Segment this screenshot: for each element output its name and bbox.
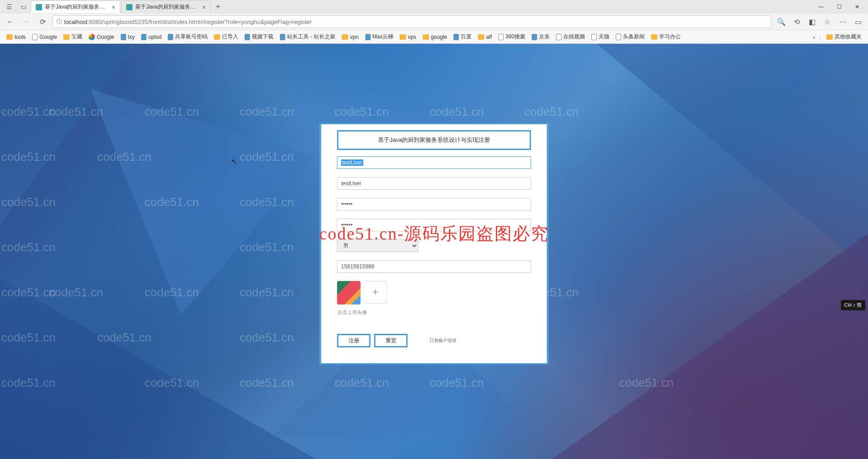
url-input[interactable]: ⓘ localhost :8080 /springbootd5235/front… bbox=[52, 15, 771, 28]
page-icon bbox=[498, 34, 504, 40]
bookmark-other-folder[interactable]: 其他收藏夹 bbox=[824, 32, 864, 42]
bookmark-item[interactable]: 百度 bbox=[451, 32, 474, 42]
browser-tab-inactive[interactable]: 基于Java的厨到家服务系统设计与 × bbox=[121, 0, 211, 13]
bookmark-item[interactable]: 学习办公 bbox=[648, 32, 684, 42]
tab-favicon-icon bbox=[126, 4, 132, 10]
window-controls: — ☐ ✕ bbox=[812, 0, 866, 14]
bookmark-item[interactable]: Google bbox=[29, 33, 60, 41]
bookmark-item[interactable]: 视频下载 bbox=[242, 32, 276, 42]
bookmark-label: 学习办公 bbox=[659, 33, 681, 41]
site-icon bbox=[365, 34, 371, 40]
add-collection-button[interactable]: + bbox=[855, 98, 865, 108]
bookmark-item[interactable]: 天猫 bbox=[589, 32, 612, 42]
folder-icon bbox=[478, 34, 484, 40]
form-title: 基于Java的厨到家服务系统设计与实现注册 bbox=[337, 130, 531, 150]
zoom-icon[interactable]: 🔍 bbox=[775, 15, 788, 28]
bookmark-label: 其他收藏夹 bbox=[835, 33, 862, 41]
maximize-button[interactable]: ☐ bbox=[830, 0, 848, 14]
bookmarks-overflow-icon[interactable]: › bbox=[811, 33, 817, 41]
upload-avatar-button[interactable]: + bbox=[364, 281, 387, 304]
login-link[interactable]: 已有账户登录 bbox=[429, 337, 457, 344]
bookmark-item[interactable]: vps bbox=[397, 33, 419, 41]
bookmark-label: txy bbox=[128, 34, 135, 40]
site-icon bbox=[168, 34, 173, 40]
bookmark-label: vps bbox=[408, 34, 416, 40]
forward-button[interactable]: → bbox=[20, 15, 33, 28]
upload-hint: 点击上传头像 bbox=[337, 309, 531, 316]
ime-indicator: CH ♪ 简 bbox=[841, 300, 866, 310]
bookmark-item[interactable]: vpn bbox=[339, 33, 361, 41]
google-icon bbox=[89, 34, 95, 40]
folder-icon bbox=[342, 34, 348, 40]
page-icon bbox=[616, 34, 621, 40]
site-info-icon[interactable]: ⓘ bbox=[57, 18, 62, 26]
minimize-button[interactable]: — bbox=[812, 0, 830, 14]
bookmark-item[interactable]: 在线视频 bbox=[553, 32, 588, 42]
phone-input[interactable] bbox=[337, 260, 531, 273]
bookmark-label: 在线视频 bbox=[563, 33, 585, 41]
bookmark-label: 天猫 bbox=[599, 33, 609, 41]
bookmark-item[interactable]: tools bbox=[4, 33, 28, 41]
bookmark-item[interactable]: txy bbox=[118, 33, 137, 41]
bookmark-label: vpn bbox=[350, 34, 359, 40]
bookmark-item[interactable]: Google bbox=[86, 33, 117, 41]
bookmark-item[interactable]: 共享账号密码 bbox=[165, 32, 210, 42]
sidebar-toggle-icon[interactable]: ☰ bbox=[5, 2, 14, 11]
gender-select[interactable]: 男 bbox=[337, 239, 419, 252]
collections-icon[interactable]: ▭ bbox=[852, 15, 864, 28]
close-button[interactable]: ✕ bbox=[848, 0, 866, 14]
reset-button[interactable]: 重置 bbox=[374, 334, 408, 347]
register-button[interactable]: 注册 bbox=[337, 334, 371, 347]
tabs-icon[interactable]: ▭ bbox=[19, 2, 28, 11]
bookmark-item[interactable]: Max云梯 bbox=[363, 32, 396, 42]
nickname-input[interactable] bbox=[337, 177, 531, 190]
bookmark-label: aff bbox=[486, 34, 492, 40]
browser-chrome: ☰ ▭ 基于Java的厨到家服务系统设计与 × 基于Java的厨到家服务系统设计… bbox=[0, 0, 868, 44]
folder-icon bbox=[214, 34, 220, 40]
bookmark-label: Google bbox=[97, 34, 114, 40]
folder-icon bbox=[423, 34, 429, 40]
page-icon bbox=[591, 34, 597, 40]
site-icon bbox=[532, 34, 537, 40]
page-viewport: code51.cncode51.cncode51.cncode51.cncode… bbox=[0, 44, 868, 459]
folder-icon bbox=[400, 34, 406, 40]
site-icon bbox=[280, 34, 285, 40]
site-icon bbox=[141, 34, 146, 40]
bookmark-item[interactable]: 360搜索 bbox=[495, 32, 528, 42]
bookmark-item[interactable]: aff bbox=[475, 33, 495, 41]
refresh-button[interactable]: ⟳ bbox=[36, 15, 49, 28]
browser-tab-active[interactable]: 基于Java的厨到家服务系统设计与 × bbox=[31, 0, 120, 13]
bookmark-label: 站长工具 - 站长之家 bbox=[287, 33, 335, 41]
confirm-password-input[interactable] bbox=[337, 219, 531, 231]
bookmark-label: 视频下载 bbox=[252, 33, 274, 41]
bookmark-label: 百度 bbox=[461, 33, 472, 41]
bookmark-item[interactable]: 已导入 bbox=[211, 32, 241, 42]
bookmark-label: 共享账号密码 bbox=[175, 33, 208, 41]
bookmark-label: 头条新闻 bbox=[623, 33, 645, 41]
sync-icon[interactable]: ⟲ bbox=[790, 15, 803, 28]
url-port: :8080 bbox=[87, 19, 102, 25]
bookmark-item[interactable]: 头条新闻 bbox=[613, 32, 647, 42]
password-input[interactable] bbox=[337, 198, 531, 211]
avatar-preview[interactable] bbox=[337, 281, 361, 304]
extension-icon[interactable]: ◧ bbox=[806, 15, 818, 28]
username-input[interactable]: testUser bbox=[337, 156, 531, 169]
bookmark-item[interactable]: 京东 bbox=[529, 32, 552, 42]
bookmark-label: uplod bbox=[148, 34, 161, 40]
bookmark-item[interactable]: 站长工具 - 站长之家 bbox=[277, 32, 338, 42]
tab-title: 基于Java的厨到家服务系统设计与 bbox=[45, 3, 108, 11]
favorite-icon[interactable]: ☆ bbox=[821, 15, 834, 28]
bookmark-item[interactable]: uplod bbox=[138, 33, 164, 41]
page-icon bbox=[32, 34, 38, 40]
bookmark-label: Google bbox=[39, 34, 57, 40]
site-icon bbox=[121, 34, 126, 40]
page-icon bbox=[556, 34, 561, 40]
new-tab-button[interactable]: + bbox=[212, 0, 224, 13]
bookmark-item[interactable]: 宝藏 bbox=[61, 32, 85, 42]
bookmark-item[interactable]: google bbox=[420, 33, 450, 41]
site-icon bbox=[453, 34, 459, 40]
tab-close-icon[interactable]: × bbox=[202, 4, 206, 11]
tab-close-icon[interactable]: × bbox=[112, 4, 115, 11]
menu-icon[interactable]: ⋯ bbox=[836, 15, 849, 28]
back-button[interactable]: ← bbox=[4, 15, 16, 28]
